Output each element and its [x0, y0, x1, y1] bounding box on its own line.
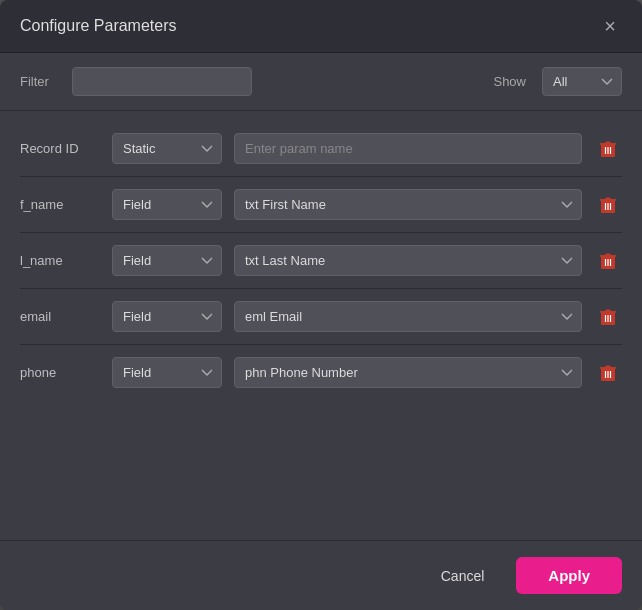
svg-rect-26 — [600, 367, 616, 369]
param-name: Record ID — [20, 141, 100, 156]
dialog-header: Configure Parameters × — [0, 0, 642, 53]
value-select[interactable]: txt First Name txt Last Name eml Email p… — [234, 357, 582, 388]
params-list: Record ID Static Field — [0, 111, 642, 540]
delete-button[interactable] — [594, 304, 622, 330]
apply-button[interactable]: Apply — [516, 557, 622, 594]
table-row: l_name Static Field txt First Name txt L… — [20, 233, 622, 289]
filter-label: Filter — [20, 74, 56, 89]
param-name: f_name — [20, 197, 100, 212]
cancel-button[interactable]: Cancel — [421, 558, 505, 594]
param-name: email — [20, 309, 100, 324]
show-label: Show — [493, 74, 526, 89]
filter-input[interactable] — [72, 67, 252, 96]
table-row: email Static Field txt First Name txt La… — [20, 289, 622, 345]
table-row: Record ID Static Field — [20, 121, 622, 177]
delete-button[interactable] — [594, 248, 622, 274]
value-select[interactable]: txt First Name txt Last Name eml Email p… — [234, 301, 582, 332]
trash-icon — [600, 308, 616, 326]
trash-icon — [600, 196, 616, 214]
dialog-title: Configure Parameters — [20, 17, 177, 35]
delete-button[interactable] — [594, 360, 622, 386]
table-row: phone Static Field txt First Name txt La… — [20, 345, 622, 400]
svg-rect-2 — [600, 143, 616, 145]
dialog-footer: Cancel Apply — [0, 540, 642, 610]
show-select[interactable]: All Field Static — [542, 67, 622, 96]
param-name: l_name — [20, 253, 100, 268]
svg-rect-8 — [600, 199, 616, 201]
trash-icon — [600, 252, 616, 270]
svg-rect-14 — [600, 255, 616, 257]
value-select[interactable]: txt First Name txt Last Name eml Email p… — [234, 189, 582, 220]
trash-icon — [600, 364, 616, 382]
type-select[interactable]: Static Field — [112, 133, 222, 164]
value-select[interactable]: txt First Name txt Last Name eml Email p… — [234, 245, 582, 276]
type-select[interactable]: Static Field — [112, 245, 222, 276]
type-select[interactable]: Static Field — [112, 357, 222, 388]
delete-button[interactable] — [594, 192, 622, 218]
close-button[interactable]: × — [598, 14, 622, 38]
filter-bar: Filter Show All Field Static — [0, 53, 642, 111]
svg-rect-20 — [600, 311, 616, 313]
type-select[interactable]: Static Field — [112, 189, 222, 220]
param-name: phone — [20, 365, 100, 380]
type-select[interactable]: Static Field — [112, 301, 222, 332]
configure-parameters-dialog: Configure Parameters × Filter Show All F… — [0, 0, 642, 610]
delete-button[interactable] — [594, 136, 622, 162]
trash-icon — [600, 140, 616, 158]
table-row: f_name Static Field txt First Name txt L… — [20, 177, 622, 233]
param-value-input[interactable] — [234, 133, 582, 164]
